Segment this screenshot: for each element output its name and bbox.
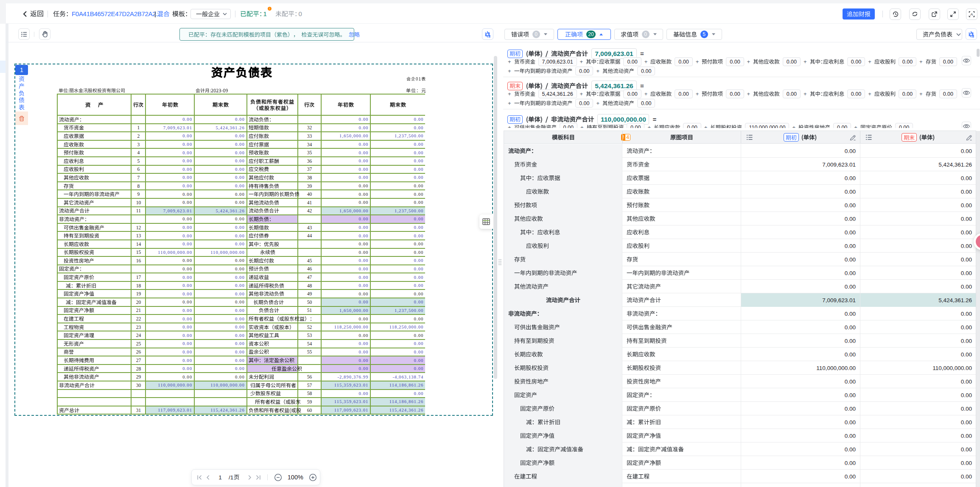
svg-text:A: A xyxy=(970,12,973,17)
